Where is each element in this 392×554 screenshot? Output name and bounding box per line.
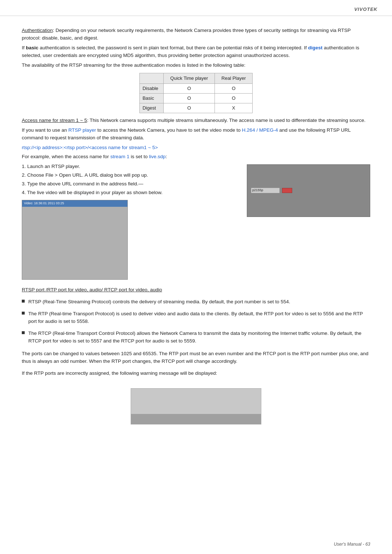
access-example: For example, when the access name for st… bbox=[22, 153, 370, 161]
steps-column: 1. Launch an RTSP player. 2. Choose File… bbox=[22, 163, 236, 280]
auth-paragraph3: The availability of the RTSP streaming f… bbox=[22, 62, 370, 69]
rtsp-section-title-para: RTSP port /RTP port for video, audio/ RT… bbox=[22, 286, 370, 294]
rtsp-para-2: If the RTP ports are incorrectly assigne… bbox=[22, 370, 370, 377]
access-paragraph1: Access name for stream 1 ~ 5: This Netwo… bbox=[22, 117, 370, 124]
auth-text2-prefix: If bbox=[22, 45, 26, 50]
access-rtsp-link: RTSP player bbox=[68, 127, 96, 133]
rtsp-bullet-2-text: The RTP (Real-time Transport Protocol) i… bbox=[28, 310, 370, 325]
table-cell-digest-label: Digest bbox=[139, 103, 163, 113]
example-mid: is set to bbox=[129, 154, 149, 159]
brand-logo: VIVOTEK bbox=[354, 7, 377, 12]
access-text2-mid: to access the Network Camera, you have t… bbox=[96, 127, 242, 133]
player-go-button[interactable] bbox=[282, 188, 292, 193]
rtsp-bullet-1: RTSP (Real-Time Streaming Protocol) cont… bbox=[22, 298, 370, 306]
table-cell-disable-label: Disable bbox=[139, 83, 163, 93]
auth-title: Authentication bbox=[22, 28, 53, 33]
rtsp-url-example: rtsp://<ip address>:<rtsp port>/<access … bbox=[22, 144, 370, 152]
player-titlebar: Video: 16:36:01 2011 03:25 bbox=[22, 200, 127, 207]
footer-text: User's Manual - 63 bbox=[334, 542, 370, 547]
player-right-controls: p2155p bbox=[251, 188, 292, 193]
table-cell-disable-qt: O bbox=[164, 83, 215, 93]
step-4: 4. The live video will be displayed in y… bbox=[22, 189, 236, 197]
auth-digest-word: digest bbox=[308, 45, 323, 50]
auth-text1: : Depending on your network security req… bbox=[22, 28, 351, 41]
steps-with-screenshots: 1. Launch an RTSP player. 2. Choose File… bbox=[22, 163, 370, 280]
rtsp-bullet-3-text: The RTCP (Real-time Transport Control Pr… bbox=[28, 330, 370, 345]
auth-basic-word: basic bbox=[26, 45, 38, 50]
example-prefix: For example, when the access name for bbox=[22, 154, 110, 159]
page: VIVOTEK Authentication: Depending on you… bbox=[0, 0, 392, 554]
rtsp-bullet-2: The RTP (Real-time Transport Protocol) i… bbox=[22, 310, 370, 325]
table-row: Disable O O bbox=[139, 83, 253, 93]
warning-image bbox=[131, 388, 261, 424]
auth-paragraph: Authentication: Depending on your networ… bbox=[22, 27, 370, 42]
page-footer: User's Manual - 63 bbox=[334, 542, 370, 547]
player-url-input: p2155p bbox=[251, 188, 280, 193]
auth-table: Quick Time player Real Player Disable O … bbox=[139, 73, 253, 114]
table-cell-digest-qt: O bbox=[164, 103, 215, 113]
step-2: 2. Choose File > Open URL. A URL dialog … bbox=[22, 172, 236, 179]
warning-image-wrapper bbox=[22, 383, 370, 424]
example-suffix: : bbox=[166, 154, 167, 159]
warning-image-bar bbox=[131, 414, 261, 424]
access-title: Access name for stream 1 ~ 5 bbox=[22, 118, 87, 123]
bullet-icon-2 bbox=[22, 312, 25, 315]
access-h264-link: H.264 / MPEG-4 bbox=[242, 127, 278, 133]
auth-text2-mid: authentication is selected, the password… bbox=[38, 45, 308, 50]
auth-table-wrapper: Quick Time player Real Player Disable O … bbox=[22, 73, 370, 114]
table-cell-disable-rp: O bbox=[215, 83, 253, 93]
bullet-icon-1 bbox=[22, 300, 25, 303]
rtsp-bullet-3: The RTCP (Real-time Transport Control Pr… bbox=[22, 330, 370, 345]
table-cell-basic-rp: O bbox=[215, 93, 253, 103]
table-header-realplayer: Real Player bbox=[215, 73, 253, 83]
page-content: Authentication: Depending on your networ… bbox=[0, 23, 392, 439]
player-screenshot-right-col: p2155p bbox=[247, 163, 370, 217]
access-text2-prefix: If you want to use an bbox=[22, 127, 68, 133]
rtsp-para-1: The ports can be changed to values betwe… bbox=[22, 350, 370, 365]
table-cell-basic-qt: O bbox=[164, 93, 215, 103]
table-cell-digest-rp: X bbox=[215, 103, 253, 113]
access-paragraph2: If you want to use an RTSP player to acc… bbox=[22, 127, 370, 142]
example-stream: stream 1 bbox=[110, 154, 130, 159]
table-row: Digest O X bbox=[139, 103, 253, 113]
auth-paragraph2: If basic authentication is selected, the… bbox=[22, 44, 370, 59]
bullet-icon-3 bbox=[22, 331, 25, 334]
rtsp-bullet-1-text: RTSP (Real-Time Streaming Protocol) cont… bbox=[28, 298, 370, 306]
step-1: 1. Launch an RTSP player. bbox=[22, 163, 236, 171]
player-screenshot-left: Video: 16:36:01 2011 03:25 bbox=[22, 200, 128, 280]
table-header-quicktime: Quick Time player bbox=[164, 73, 215, 83]
page-header: VIVOTEK bbox=[0, 0, 392, 16]
step-3: 3. Type the above URL command in the add… bbox=[22, 180, 236, 188]
steps-list: 1. Launch an RTSP player. 2. Choose File… bbox=[22, 163, 236, 197]
table-cell-basic-label: Basic bbox=[139, 93, 163, 103]
access-text1: : This Network camera supports multiple … bbox=[87, 118, 366, 123]
table-header-empty bbox=[139, 73, 163, 83]
table-row: Basic O O bbox=[139, 93, 253, 103]
example-live: live.sdp bbox=[149, 154, 166, 159]
player-screenshot-right: p2155p bbox=[247, 164, 370, 217]
rtsp-section-title: RTSP port /RTP port for video, audio/ RT… bbox=[22, 287, 162, 292]
